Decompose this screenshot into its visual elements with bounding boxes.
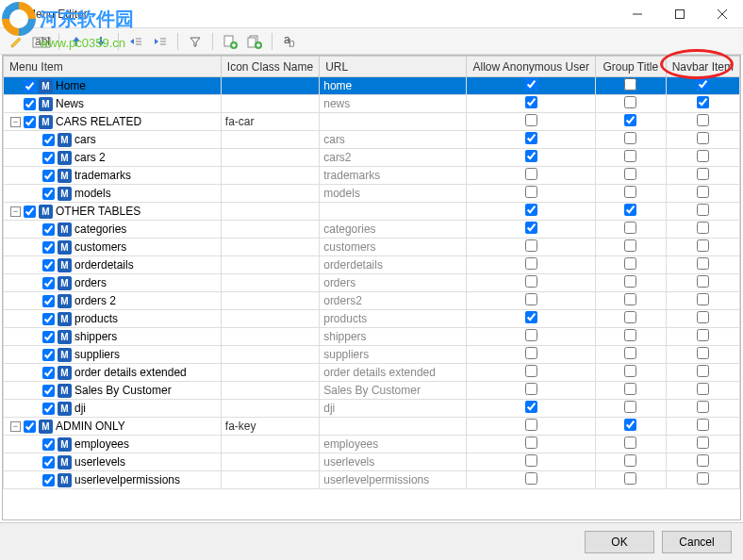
- row-enabled-checkbox[interactable]: [42, 295, 55, 307]
- table-row[interactable]: Mcars 2cars2: [4, 149, 740, 167]
- group-title-checkbox[interactable]: [624, 168, 636, 180]
- col-icon-class[interactable]: Icon Class Name: [221, 57, 319, 77]
- row-enabled-checkbox[interactable]: [42, 456, 55, 469]
- table-row[interactable]: MSales By CustomerSales By Customer: [4, 382, 740, 400]
- navbar-checkbox[interactable]: [697, 419, 709, 431]
- group-title-checkbox[interactable]: [624, 78, 636, 91]
- tree-expander[interactable]: −: [10, 206, 21, 217]
- navbar-checkbox[interactable]: [697, 239, 709, 252]
- table-row[interactable]: −MADMIN ONLYfa-key: [4, 418, 740, 436]
- row-enabled-checkbox[interactable]: [42, 385, 55, 397]
- row-enabled-checkbox[interactable]: [42, 277, 55, 289]
- row-enabled-checkbox[interactable]: [42, 349, 55, 361]
- indent-icon[interactable]: [149, 31, 172, 52]
- minimize-button[interactable]: [616, 0, 658, 28]
- anon-checkbox[interactable]: [525, 383, 537, 395]
- table-row[interactable]: Morderdetailsorderdetails: [4, 256, 740, 274]
- anon-checkbox[interactable]: [525, 168, 537, 180]
- edit-icon[interactable]: [6, 31, 28, 52]
- row-enabled-checkbox[interactable]: [42, 474, 55, 486]
- anon-checkbox[interactable]: [525, 96, 537, 108]
- table-row[interactable]: Mmodelsmodels: [4, 185, 740, 203]
- add-item-icon[interactable]: [219, 31, 241, 52]
- navbar-checkbox[interactable]: [697, 150, 709, 162]
- group-title-checkbox[interactable]: [624, 114, 636, 126]
- table-row[interactable]: Muserlevelpermissionsuserlevelpermission…: [4, 471, 740, 489]
- anon-checkbox[interactable]: [525, 204, 537, 216]
- anon-checkbox[interactable]: [525, 401, 537, 413]
- anon-checkbox[interactable]: [525, 257, 537, 270]
- anon-checkbox[interactable]: [525, 365, 537, 377]
- anon-checkbox[interactable]: [525, 78, 537, 91]
- col-menu-item[interactable]: Menu Item: [4, 57, 222, 77]
- maximize-button[interactable]: [658, 0, 701, 28]
- table-row[interactable]: Mtrademarkstrademarks: [4, 167, 740, 185]
- navbar-checkbox[interactable]: [697, 293, 709, 305]
- navbar-checkbox[interactable]: [697, 329, 709, 341]
- grid-area[interactable]: Menu Item Icon Class Name URL Allow Anon…: [2, 55, 741, 520]
- navbar-checkbox[interactable]: [697, 401, 709, 413]
- anon-checkbox[interactable]: [525, 239, 537, 252]
- group-title-checkbox[interactable]: [624, 239, 636, 252]
- navbar-checkbox[interactable]: [697, 472, 709, 485]
- group-title-checkbox[interactable]: [624, 401, 636, 413]
- group-title-checkbox[interactable]: [624, 96, 636, 108]
- row-enabled-checkbox[interactable]: [42, 331, 55, 343]
- anon-checkbox[interactable]: [525, 114, 537, 126]
- row-enabled-checkbox[interactable]: [24, 98, 36, 110]
- tree-expander[interactable]: −: [10, 421, 21, 432]
- group-title-checkbox[interactable]: [624, 436, 636, 449]
- table-row[interactable]: Muserlevelsuserlevels: [4, 453, 740, 471]
- row-enabled-checkbox[interactable]: [24, 116, 36, 128]
- group-title-checkbox[interactable]: [624, 293, 636, 305]
- table-row[interactable]: Memployeesemployees: [4, 436, 740, 453]
- table-row[interactable]: Msupplierssuppliers: [4, 346, 740, 364]
- outdent-icon[interactable]: [124, 31, 147, 52]
- navbar-checkbox[interactable]: [697, 383, 709, 395]
- textbox-icon[interactable]: abl: [30, 31, 53, 52]
- row-enabled-checkbox[interactable]: [42, 223, 55, 236]
- group-title-checkbox[interactable]: [624, 472, 636, 485]
- col-anon[interactable]: Allow Anonymous User: [467, 57, 595, 77]
- navbar-checkbox[interactable]: [697, 436, 709, 449]
- anon-checkbox[interactable]: [525, 186, 537, 198]
- col-group-title[interactable]: Group Title: [595, 57, 666, 77]
- anon-checkbox[interactable]: [525, 311, 537, 323]
- table-row[interactable]: Mcategoriescategories: [4, 221, 740, 239]
- row-enabled-checkbox[interactable]: [42, 170, 55, 182]
- row-enabled-checkbox[interactable]: [42, 259, 55, 272]
- navbar-checkbox[interactable]: [697, 204, 709, 216]
- row-enabled-checkbox[interactable]: [24, 420, 36, 433]
- row-enabled-checkbox[interactable]: [42, 188, 55, 200]
- anon-checkbox[interactable]: [525, 436, 537, 449]
- row-enabled-checkbox[interactable]: [24, 206, 36, 218]
- table-row[interactable]: Mshippersshippers: [4, 328, 740, 346]
- move-up-icon[interactable]: [65, 31, 88, 52]
- navbar-checkbox[interactable]: [697, 96, 709, 108]
- table-row[interactable]: MNewsnews: [4, 95, 740, 113]
- ok-button[interactable]: OK: [585, 531, 654, 553]
- anon-checkbox[interactable]: [525, 454, 537, 467]
- group-title-checkbox[interactable]: [624, 204, 636, 216]
- row-enabled-checkbox[interactable]: [24, 80, 36, 92]
- navbar-checkbox[interactable]: [697, 168, 709, 180]
- move-down-icon[interactable]: [90, 31, 112, 52]
- group-title-checkbox[interactable]: [624, 186, 636, 198]
- col-navbar[interactable]: Navbar Item: [666, 57, 739, 77]
- table-row[interactable]: Mordersorders: [4, 274, 740, 292]
- table-row[interactable]: Morders 2orders2: [4, 292, 740, 310]
- navbar-checkbox[interactable]: [697, 454, 709, 467]
- row-enabled-checkbox[interactable]: [42, 313, 55, 325]
- navbar-checkbox[interactable]: [697, 186, 709, 198]
- row-enabled-checkbox[interactable]: [42, 403, 55, 415]
- navbar-checkbox[interactable]: [697, 347, 709, 359]
- group-title-checkbox[interactable]: [624, 311, 636, 323]
- anon-checkbox[interactable]: [525, 293, 537, 305]
- table-row[interactable]: Mcarscars: [4, 131, 740, 149]
- filter-icon[interactable]: [184, 31, 206, 52]
- anon-checkbox[interactable]: [525, 150, 537, 162]
- group-title-checkbox[interactable]: [624, 365, 636, 377]
- tree-expander[interactable]: −: [10, 117, 21, 127]
- table-row[interactable]: Mcustomerscustomers: [4, 239, 740, 256]
- row-enabled-checkbox[interactable]: [42, 152, 55, 164]
